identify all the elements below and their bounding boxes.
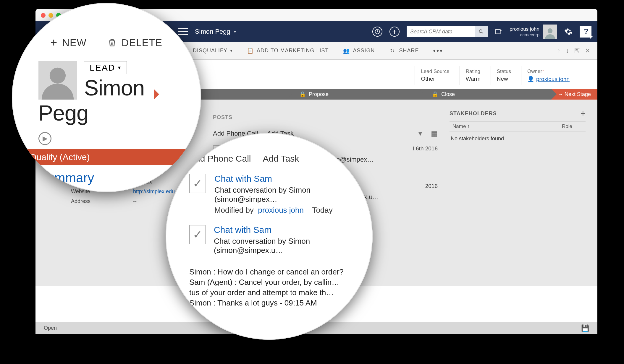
list-icon: 📋	[247, 47, 254, 54]
grid-icon[interactable]: ▦	[431, 129, 438, 138]
add-to-marketing-button[interactable]: 📋 ADD TO MARKETING LIST	[247, 47, 329, 54]
activity-date: 2016	[425, 183, 438, 189]
col-role-header[interactable]: Role	[559, 122, 586, 131]
modified-by-link[interactable]: proxious john	[258, 206, 304, 214]
minimize-window-button[interactable]	[49, 13, 53, 18]
stage-close[interactable]: 🔒Close	[419, 89, 551, 100]
activity-description: Chat conversation by Simon (simon@simpex…	[214, 186, 352, 204]
chat-transcript: Simon : How do I change or cancel an ord…	[189, 267, 352, 308]
owner-link[interactable]: proxious john	[536, 76, 570, 82]
svg-point-1	[479, 30, 482, 32]
share-button[interactable]: ↻ SHARE	[389, 47, 419, 54]
person-icon: 👤	[527, 76, 534, 82]
add-task-button[interactable]: Add Task	[263, 154, 299, 164]
lock-icon: 🔒	[432, 91, 438, 98]
activity-title-link[interactable]: Chat with Sam	[214, 174, 352, 184]
assign-button[interactable]: 👥 ASSIGN	[343, 47, 375, 54]
activity-date: l 6th 2016	[413, 145, 438, 152]
close-icon[interactable]: ✕	[585, 47, 590, 55]
nav-down-icon[interactable]: ↓	[566, 47, 569, 55]
save-icon[interactable]: 💾	[581, 324, 589, 332]
more-commands-button[interactable]: •••	[433, 47, 443, 55]
user-menu[interactable]: proxious john acmecorp	[510, 25, 557, 39]
stakeholders-header: STAKEHOLDERS	[450, 110, 497, 117]
field-status: Status New	[491, 66, 521, 85]
svg-point-3	[548, 28, 553, 33]
username-label: proxious john	[510, 26, 539, 32]
gear-icon[interactable]	[564, 27, 573, 36]
activity-item[interactable]: ✓ Chat with Sam Chat conversation by Sim…	[189, 225, 352, 257]
entity-type-badge[interactable]: LEAD▾	[84, 61, 127, 74]
filter-icon[interactable]: ▾	[418, 129, 422, 138]
svg-point-5	[50, 68, 66, 84]
posts-tab[interactable]: POSTS	[213, 114, 232, 121]
activity-description: Chat conversation by Simon (simon@simpex…	[214, 237, 352, 255]
user-org-label: acmecorp	[510, 32, 539, 37]
website-link[interactable]: http://simplex.edu	[133, 188, 175, 194]
col-name-header[interactable]: Name ↑	[450, 122, 559, 131]
play-process-button[interactable]: ▶	[38, 132, 51, 145]
close-window-button[interactable]	[41, 13, 46, 18]
activity-title-link[interactable]: Chat with Sam	[214, 225, 352, 235]
share-icon: ↻	[389, 47, 396, 54]
chevron-down-icon: ▾	[118, 64, 121, 71]
advanced-find-icon[interactable]	[495, 28, 502, 35]
profile-photo	[38, 61, 77, 100]
chevron-down-icon: ▾	[234, 29, 236, 34]
trash-icon	[107, 38, 117, 48]
popout-icon[interactable]: ⇱	[574, 47, 580, 55]
task-complete-icon: ✓	[189, 174, 206, 193]
activity-modified: Modified by proxious john Today	[214, 206, 352, 215]
stakeholders-empty-text: No stakeholders found.	[450, 131, 586, 146]
field-rating: Rating Warm	[460, 66, 491, 85]
activity-item[interactable]: ✓ Chat with Sam Chat conversation by Sim…	[189, 174, 352, 215]
new-button[interactable]: +NEW	[50, 36, 87, 49]
recent-icon[interactable]	[372, 27, 382, 37]
stage-propose[interactable]: 🔒Propose	[286, 89, 419, 100]
stage-qualify-active[interactable]: Qualify (Active)	[12, 149, 201, 165]
zoom-lens-header: +NEW DELETE LEAD▾ Simon Pegg ▶ Qualify (…	[12, 3, 201, 192]
search-input[interactable]	[407, 29, 475, 35]
avatar	[543, 25, 557, 39]
help-button[interactable]: ?	[580, 26, 591, 38]
add-stakeholder-button[interactable]: +	[580, 108, 586, 118]
add-icon[interactable]: +	[389, 27, 400, 37]
field-owner: Owner* 👤 proxious john	[521, 66, 580, 85]
next-stage-button[interactable]: → Next Stage	[551, 89, 597, 100]
disqualify-button[interactable]: ✆ DISQUALIFY ▾	[183, 47, 232, 54]
hamburger-menu-button[interactable]	[178, 26, 188, 37]
nav-up-icon[interactable]: ↑	[557, 47, 560, 55]
chevron-down-icon: ▾	[230, 49, 232, 53]
search-box	[407, 26, 488, 37]
delete-button[interactable]: DELETE	[107, 37, 162, 48]
svg-rect-2	[496, 29, 500, 34]
task-complete-icon: ✓	[189, 225, 206, 244]
assign-icon: 👥	[343, 47, 350, 54]
status-text: Open	[44, 325, 57, 331]
breadcrumb[interactable]: Simon Pegg ▾	[195, 28, 236, 35]
field-lead-source: Lead Source Other	[415, 66, 459, 85]
lock-icon: 🔒	[299, 91, 306, 98]
stakeholders-table: Name ↑ Role No stakeholders found.	[450, 121, 586, 146]
search-button[interactable]	[475, 26, 488, 37]
zoom-lens-activities: Add Phone Call Add Task ✓ Chat with Sam …	[166, 133, 373, 340]
